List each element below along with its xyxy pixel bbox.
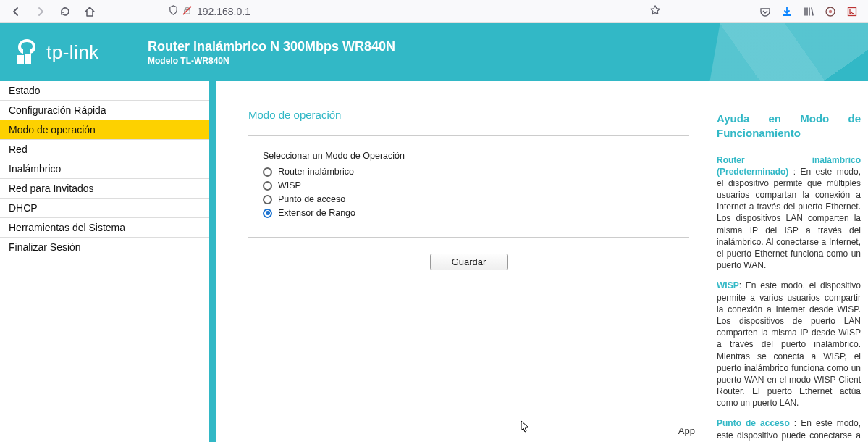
reload-button[interactable] bbox=[55, 1, 75, 22]
sidebar-item-red-invitados[interactable]: Red para Invitados bbox=[0, 179, 209, 199]
help-title: Ayuda en Modo de Funcionamiento bbox=[717, 112, 861, 141]
sidebar-item-config-rapida[interactable]: Configuración Rápida bbox=[0, 101, 209, 120]
forward-button[interactable] bbox=[30, 1, 51, 22]
section-divider bbox=[248, 135, 689, 136]
radio-icon bbox=[263, 181, 272, 191]
sidebar-item-herramientas[interactable]: Herramientas del Sistema bbox=[0, 218, 209, 238]
sidebar-item-label: Red para Invitados bbox=[9, 183, 94, 194]
svg-rect-4 bbox=[848, 7, 856, 15]
library-icon[interactable] bbox=[801, 4, 816, 19]
bookmark-star-icon[interactable] bbox=[649, 4, 661, 18]
brand-logo: tp-link bbox=[14, 38, 148, 67]
sidebar-item-inalambrico[interactable]: Inalámbrico bbox=[0, 159, 209, 179]
sidebar-gap bbox=[209, 81, 216, 442]
sidebar-item-label: Modo de operación bbox=[9, 124, 96, 135]
svg-point-3 bbox=[829, 9, 832, 12]
sidebar-item-label: Configuración Rápida bbox=[9, 104, 106, 116]
help-paragraph-ap: Punto de acceso : En este modo, este dis… bbox=[717, 417, 861, 442]
brand-name: tp-link bbox=[46, 41, 99, 64]
sidebar-item-label: Finalizar Sesión bbox=[9, 241, 81, 253]
url-bar[interactable]: 192.168.0.1 bbox=[162, 1, 667, 22]
radio-label: Extensor de Rango bbox=[278, 208, 355, 218]
header-titles: Router inalámbrico N 300Mbps WR840N Mode… bbox=[148, 39, 395, 66]
content-area: Estado Configuración Rápida Modo de oper… bbox=[0, 81, 868, 442]
radio-wisp[interactable]: WISP bbox=[263, 180, 689, 191]
help-text: : En este modo, el dispositivo permite a… bbox=[717, 280, 861, 408]
save-button[interactable]: Guardar bbox=[430, 254, 508, 270]
pocket-icon[interactable] bbox=[758, 4, 772, 19]
mode-form: Seleccionar un Modo de Operación Router … bbox=[248, 151, 689, 218]
browser-toolbar: 192.168.0.1 bbox=[0, 0, 868, 23]
app-link[interactable]: App bbox=[678, 425, 695, 436]
radio-icon bbox=[263, 209, 272, 218]
radio-router-inalambrico[interactable]: Router inalámbrico bbox=[263, 167, 689, 177]
help-panel: Ayuda en Modo de Funcionamiento Router i… bbox=[712, 81, 868, 442]
insecure-lock-icon bbox=[182, 5, 193, 18]
shield-icon bbox=[168, 5, 179, 18]
help-paragraph-router: Router inalámbrico (Predeterminado) : En… bbox=[717, 154, 861, 272]
router-title: Router inalámbrico N 300Mbps WR840N bbox=[148, 39, 395, 54]
radio-label: Punto de acceso bbox=[278, 194, 345, 204]
extension-icon-2[interactable] bbox=[845, 4, 859, 19]
sidebar-item-label: Inalámbrico bbox=[9, 163, 61, 175]
mouse-cursor-icon bbox=[521, 420, 532, 435]
radio-icon bbox=[263, 167, 272, 177]
sidebar-item-label: Herramientas del Sistema bbox=[9, 222, 125, 233]
downloads-icon[interactable] bbox=[780, 4, 794, 19]
sidebar-item-estado[interactable]: Estado bbox=[0, 81, 209, 101]
section-title: Modo de operación bbox=[248, 109, 689, 121]
svg-rect-6 bbox=[25, 54, 31, 64]
radio-punto-acceso[interactable]: Punto de acceso bbox=[263, 194, 689, 204]
app-header: tp-link Router inalámbrico N 300Mbps WR8… bbox=[0, 23, 868, 81]
help-text: : En este modo, el dispositivo permite q… bbox=[717, 167, 861, 271]
select-label: Seleccionar un Modo de Operación bbox=[263, 151, 689, 161]
sidebar-item-finalizar[interactable]: Finalizar Sesión bbox=[0, 238, 209, 257]
radio-extensor-rango[interactable]: Extensor de Rango bbox=[263, 208, 689, 218]
home-button[interactable] bbox=[80, 1, 100, 22]
sidebar: Estado Configuración Rápida Modo de oper… bbox=[0, 81, 209, 442]
browser-right-icons bbox=[758, 4, 862, 19]
tplink-logo-icon bbox=[14, 38, 39, 67]
sidebar-item-label: Estado bbox=[9, 85, 41, 96]
help-term: Punto de acceso bbox=[717, 418, 790, 428]
router-model: Modelo TL-WR840N bbox=[148, 56, 395, 66]
help-paragraph-wisp: WISP: En este modo, el dispositivo permi… bbox=[717, 280, 861, 409]
save-divider bbox=[248, 237, 689, 238]
sidebar-item-modo-operacion[interactable]: Modo de operación bbox=[0, 120, 209, 140]
main-panel: Modo de operación Seleccionar un Modo de… bbox=[216, 81, 712, 442]
radio-label: WISP bbox=[278, 180, 301, 191]
radio-icon bbox=[263, 195, 272, 204]
back-button[interactable] bbox=[6, 1, 26, 22]
help-term: WISP bbox=[717, 280, 739, 291]
radio-label: Router inalámbrico bbox=[278, 167, 354, 177]
svg-rect-5 bbox=[17, 55, 24, 64]
sidebar-item-label: DHCP bbox=[9, 202, 38, 214]
sidebar-item-red[interactable]: Red bbox=[0, 140, 209, 159]
sidebar-item-dhcp[interactable]: DHCP bbox=[0, 199, 209, 218]
extension-icon-1[interactable] bbox=[823, 4, 838, 19]
sidebar-item-label: Red bbox=[9, 143, 28, 155]
url-text[interactable]: 192.168.0.1 bbox=[197, 6, 645, 17]
